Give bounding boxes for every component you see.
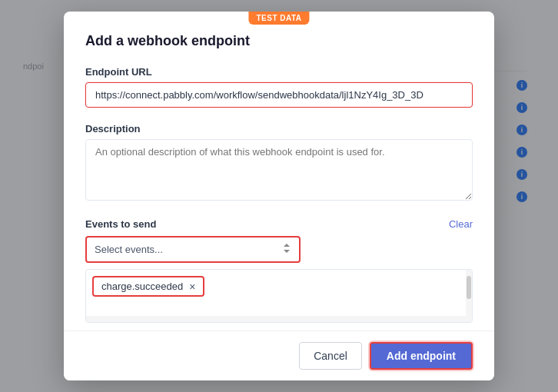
modal-body: Add a webhook endpoint Endpoint URL Desc…: [64, 12, 494, 331]
description-group: Description: [85, 123, 473, 203]
clear-link[interactable]: Clear: [449, 218, 473, 230]
event-tag: charge.succeeded ×: [92, 276, 204, 297]
chevron-updown-icon: [282, 243, 291, 256]
select-events-dropdown[interactable]: Select events...: [85, 236, 301, 263]
event-tag-close-icon[interactable]: ×: [189, 281, 195, 292]
horizontal-scrollbar[interactable]: [86, 316, 466, 322]
events-list-area: charge.succeeded ×: [85, 269, 473, 323]
webhook-modal: TEST DATA Add a webhook endpoint Endpoin…: [64, 12, 494, 380]
test-data-badge: TEST DATA: [248, 12, 309, 25]
events-label: Events to send: [85, 218, 156, 230]
scrollbar-thumb: [467, 276, 471, 299]
modal-title: Add a webhook endpoint: [85, 33, 473, 49]
endpoint-url-label: Endpoint URL: [85, 66, 473, 78]
vertical-scrollbar[interactable]: [466, 270, 472, 322]
select-events-text: Select events...: [95, 244, 163, 255]
modal-footer: Cancel Add endpoint: [64, 331, 494, 380]
description-label: Description: [85, 123, 473, 135]
add-endpoint-button[interactable]: Add endpoint: [370, 342, 473, 370]
events-header: Events to send Clear: [85, 218, 473, 230]
endpoint-url-input[interactable]: [85, 82, 473, 108]
cancel-button[interactable]: Cancel: [299, 342, 362, 370]
modal-overlay: TEST DATA Add a webhook endpoint Endpoin…: [0, 0, 558, 392]
description-textarea[interactable]: [85, 139, 473, 201]
endpoint-url-group: Endpoint URL: [85, 66, 473, 108]
event-tag-label: charge.succeeded: [101, 281, 183, 292]
events-group: Events to send Clear Select events...: [85, 218, 473, 323]
